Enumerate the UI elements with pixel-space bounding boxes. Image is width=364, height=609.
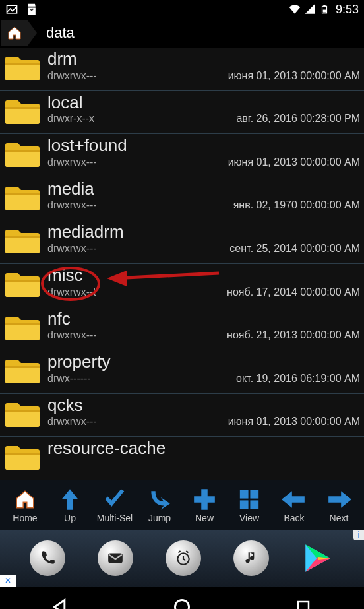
file-date: июня 01, 2013 00:00:00 AM (228, 156, 360, 168)
toolbar-label: Multi-Sel (97, 513, 133, 523)
file-permissions: drwxrwx--t (47, 286, 96, 298)
file-name: resource-cache (47, 439, 360, 458)
folder-icon (4, 356, 41, 385)
left-arrow-icon (282, 487, 307, 512)
jump-icon (147, 487, 172, 512)
ad-alarm-icon (166, 540, 201, 576)
file-date: нояб. 21, 2013 00:00:00 AM (227, 329, 360, 341)
folder-icon (4, 443, 41, 472)
breadcrumb-path[interactable]: data (46, 24, 75, 42)
toolbar-label: View (239, 513, 259, 523)
ad-play-icon (301, 542, 334, 575)
file-name: nfc (47, 309, 360, 329)
toolbar-label: Next (330, 513, 349, 523)
list-item[interactable]: drm drwxrwx--- июня 01, 2013 00:00:00 AM (0, 48, 364, 91)
home-icon (14, 488, 36, 511)
svg-rect-8 (250, 490, 258, 499)
list-item[interactable]: qcks drwxrwx--- июня 01, 2013 00:00:00 A… (0, 394, 364, 437)
file-permissions: drwx------ (47, 373, 91, 385)
folder-icon (4, 183, 41, 212)
jump-button[interactable]: Jump (137, 486, 182, 523)
svg-rect-9 (240, 501, 249, 509)
file-list[interactable]: drm drwxrwx--- июня 01, 2013 00:00:00 AM… (0, 48, 364, 480)
folder-icon (4, 400, 41, 429)
list-item[interactable]: resource-cache (0, 437, 364, 480)
file-name: mediadrm (47, 222, 360, 241)
breadcrumb: data (0, 18, 364, 48)
ad-mail-icon (98, 540, 133, 576)
toolbar: Home Up Multi-Sel Jump New View Back Nex… (0, 480, 364, 530)
toolbar-label: Back (284, 513, 304, 523)
svg-rect-0 (7, 5, 17, 13)
view-button[interactable]: View (227, 486, 272, 523)
file-date: нояб. 17, 2014 00:00:00 AM (227, 286, 360, 298)
wifi-icon (288, 3, 301, 16)
grid-icon (238, 488, 260, 511)
svg-rect-14 (298, 602, 309, 609)
file-name: qcks (47, 396, 360, 415)
list-item[interactable]: nfc drwxrwx--- нояб. 21, 2013 00:00:00 A… (0, 307, 364, 351)
list-item[interactable]: misc drwxrwx--t нояб. 17, 2014 00:00:00 … (0, 264, 364, 307)
ad-info-button[interactable]: i (353, 530, 364, 540)
ad-phone-icon (30, 540, 65, 576)
list-item[interactable]: lost+found drwxrwx--- июня 01, 2013 00:0… (0, 134, 364, 177)
nav-recent-button[interactable] (284, 594, 323, 609)
toolbar-label: Up (64, 513, 76, 523)
folder-icon (4, 313, 41, 342)
svg-rect-3 (323, 10, 326, 13)
file-permissions: drwxrwx--- (47, 329, 97, 341)
battery-icon (320, 3, 329, 16)
svg-rect-10 (250, 501, 258, 509)
svg-rect-2 (323, 5, 326, 7)
navigation-bar (0, 587, 364, 609)
ad-close-button[interactable]: ✕ (0, 575, 16, 587)
file-name: local (47, 93, 360, 112)
toolbar-label: Home (13, 513, 37, 523)
ad-music-icon (233, 540, 269, 576)
home-icon (7, 25, 22, 41)
check-icon (102, 487, 127, 512)
new-button[interactable]: New (182, 486, 227, 523)
folder-icon (4, 97, 41, 126)
folder-icon (4, 270, 41, 299)
file-permissions: drwxr-x--x (47, 113, 94, 125)
clock: 9:53 (336, 3, 359, 16)
file-name: drm (47, 49, 360, 69)
toolbar-label: New (195, 513, 214, 523)
nav-home-button[interactable] (162, 594, 202, 609)
file-permissions: drwxrwx--- (47, 70, 97, 82)
next-button[interactable]: Next (317, 486, 361, 523)
back-button[interactable]: Back (272, 486, 317, 523)
picture-icon (5, 3, 18, 16)
list-item[interactable]: media drwxrwx--- янв. 02, 1970 00:00:00 … (0, 177, 364, 221)
file-date: июня 01, 2013 00:00:00 AM (228, 70, 360, 82)
file-permissions: drwxrwx--- (47, 156, 97, 168)
plus-icon (192, 487, 217, 512)
list-item[interactable]: local drwxr-x--x авг. 26, 2016 00:28:00 … (0, 91, 364, 135)
multisel-button[interactable]: Multi-Sel (92, 486, 137, 523)
up-button[interactable]: Up (47, 486, 92, 523)
svg-rect-7 (240, 490, 249, 499)
nav-back-button[interactable] (41, 594, 80, 609)
toolbar-label: Jump (148, 513, 171, 523)
file-name: lost+found (47, 136, 360, 155)
breadcrumb-home-button[interactable] (1, 20, 28, 46)
folder-icon (4, 53, 41, 82)
up-arrow-icon (57, 487, 82, 512)
store-icon (25, 3, 38, 16)
file-date: сент. 25, 2014 00:00:00 AM (229, 243, 360, 255)
folder-icon (4, 140, 41, 169)
ad-banner[interactable]: ✕ i (0, 530, 364, 587)
list-item[interactable]: property drwx------ окт. 19, 2016 06:19:… (0, 350, 364, 394)
file-name: media (47, 179, 360, 199)
list-item[interactable]: mediadrm drwxrwx--- сент. 25, 2014 00:00… (0, 220, 364, 264)
home-button[interactable]: Home (3, 486, 47, 523)
status-bar: 9:53 (0, 0, 364, 18)
svg-point-13 (175, 600, 189, 609)
file-date: янв. 02, 1970 00:00:00 AM (233, 199, 360, 211)
file-permissions: drwxrwx--- (47, 416, 97, 428)
file-date: авг. 26, 2016 00:28:00 PM (236, 113, 360, 125)
file-date: окт. 19, 2016 06:19:00 AM (236, 373, 360, 385)
file-permissions: drwxrwx--- (47, 243, 97, 255)
file-name: property (47, 352, 360, 371)
